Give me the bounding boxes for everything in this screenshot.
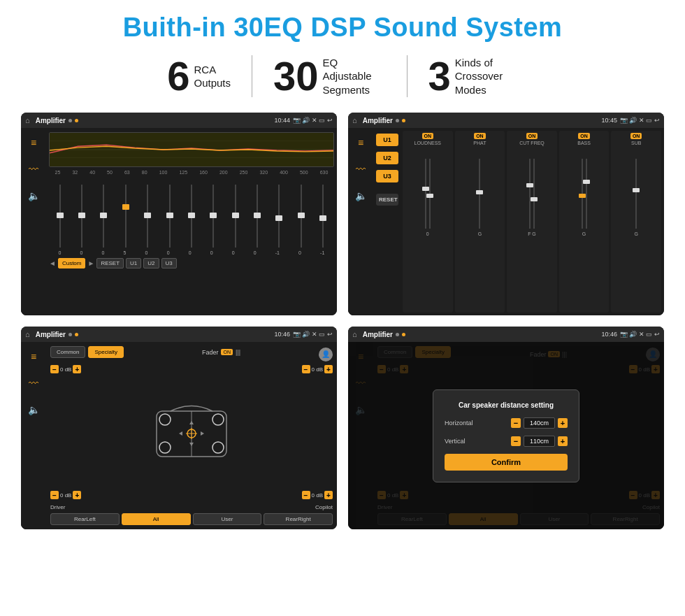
bottom-labels-3: Driver Copilot [50,504,333,510]
channel-phat: ON PHAT G [455,131,505,313]
screen2-time: 10:45 [601,117,617,124]
home-icon-2[interactable]: ⌂ [352,116,357,124]
next-arrow[interactable]: ► [87,259,94,267]
eq-slider-9[interactable] [257,185,258,248]
loudness-slider-2[interactable] [429,159,431,229]
vertical-minus[interactable]: − [511,436,521,446]
home-icon-3[interactable]: ⌂ [25,330,30,338]
stat-rca-label: RCAOutputs [194,63,231,90]
home-icon-1[interactable]: ⌂ [25,116,30,124]
reset-btn-1[interactable]: RESET [96,258,124,268]
sub-toggle[interactable]: ON [630,133,642,139]
cutfreq-slider-2[interactable] [533,159,535,229]
dialog-vertical-row: Vertical − 110cm + [445,436,568,447]
horizontal-plus[interactable]: + [558,418,568,428]
u2-btn-1[interactable]: U2 [143,258,159,268]
eq-values: 00050 00000 -10-1 [49,250,334,255]
sub-values: G [634,231,637,236]
screen3-icons: 📷 🔊 ✕ ▭ ↩ [293,331,333,338]
stat-eq-label: EQ AdjustableSegments [323,56,386,97]
screen1-title: Amplifier [36,117,66,124]
label-driver-3: Driver [50,504,65,510]
eq-slider-6[interactable] [191,185,192,248]
eq-icon-3[interactable]: ≡ [24,348,43,366]
stat-crossover-number: 3 [428,56,451,96]
eq-slider-1[interactable] [81,185,82,248]
home-icon-4[interactable]: ⌂ [352,330,357,338]
btn-rearright-3[interactable]: RearRight [264,513,333,525]
eq-icon-2[interactable]: ≡ [352,134,370,152]
screen2-icons: 📷 🔊 ✕ ▭ ↩ [620,117,660,124]
wave-icon-3[interactable]: 〰 [24,374,43,392]
minus-rr[interactable]: − [302,491,310,499]
eq-slider-4[interactable] [147,185,148,248]
eq-slider-3[interactable] [125,185,127,248]
loudness-toggle[interactable]: ON [422,133,434,139]
eq-icon[interactable]: ≡ [24,134,43,152]
bass-slider-2[interactable] [586,159,587,229]
eq-slider-5[interactable] [169,185,171,248]
fader-on[interactable]: ON [221,349,233,355]
horizontal-minus[interactable]: − [511,418,521,428]
stat-eq-number: 30 [273,56,319,96]
tabs-row-3: Common Specialty [50,346,124,358]
u1-btn[interactable]: U1 [376,134,398,146]
label-copilot-3: Copilot [315,504,333,510]
phat-toggle[interactable]: ON [474,133,486,139]
speaker-icon-3[interactable]: 🔈 [24,401,43,419]
tab-specialty-3[interactable]: Specialty [88,346,123,358]
bass-slider-1[interactable] [582,159,583,229]
phat-label: PHAT [473,141,486,145]
vertical-label: Vertical [445,438,466,445]
u3-btn-1[interactable]: U3 [161,258,177,268]
wave-icon[interactable]: 〰 [24,160,43,178]
vol-rl-value: 0 dB [60,492,71,499]
eq-slider-2[interactable] [103,185,104,248]
screens-grid: ⌂ Amplifier 10:44 📷 🔊 ✕ ▭ ↩ ≡ 〰 🔈 [21,113,664,529]
u3-btn[interactable]: U3 [376,170,398,182]
minus-rl[interactable]: − [50,491,59,499]
fader-area: Common Specialty Fader ON ||| 👤 [46,342,337,529]
eq-slider-0[interactable] [59,185,61,248]
plus-rl[interactable]: + [73,491,81,499]
vertical-control: − 110cm + [511,436,568,447]
eq-slider-10[interactable] [278,185,280,248]
reset-btn-2[interactable]: RESET [376,194,398,206]
wave-icon-2[interactable]: 〰 [352,160,370,178]
profile-icon-3[interactable]: 👤 [319,348,333,361]
speaker-icon-2[interactable]: 🔈 [352,187,370,205]
eq-slider-12[interactable] [322,185,324,248]
sub-slider-1[interactable] [635,159,637,229]
speaker-icon[interactable]: 🔈 [24,187,43,205]
vertical-plus[interactable]: + [558,436,568,446]
fader-label: Fader [202,349,219,356]
plus-fl[interactable]: + [73,365,81,373]
u1-btn-1[interactable]: U1 [126,258,141,268]
screen1-icons: 📷 🔊 ✕ ▭ ↩ [293,117,333,124]
tab-common-3[interactable]: Common [50,346,85,358]
bass-toggle[interactable]: ON [578,133,590,139]
horizontal-label: Horizontal [445,420,473,427]
minus-fr[interactable]: − [302,365,310,373]
cutfreq-toggle[interactable]: ON [526,133,538,139]
u2-btn[interactable]: U2 [376,152,398,164]
phat-slider-1[interactable] [479,159,480,229]
cutfreq-slider-1[interactable] [529,159,531,229]
btn-all-3[interactable]: All [122,513,191,525]
car-diagram [50,376,333,488]
minus-fl[interactable]: − [50,365,59,373]
eq-slider-7[interactable] [212,185,214,248]
vol-rr-value: 0 dB [312,492,323,499]
screen4-icons: 📷 🔊 ✕ ▭ ↩ [620,331,660,338]
side-icons-2: ≡ 〰 🔈 [348,128,373,315]
plus-fr[interactable]: + [324,365,333,373]
confirm-button[interactable]: Confirm [445,454,568,471]
eq-slider-11[interactable] [301,185,302,248]
custom-btn[interactable]: Custom [58,258,86,268]
btn-rearleft-3[interactable]: RearLeft [50,513,120,525]
side-icons-1: ≡ 〰 🔈 [21,128,46,315]
eq-slider-8[interactable] [235,185,236,248]
plus-rr[interactable]: + [324,491,333,499]
btn-user-3[interactable]: User [193,513,262,525]
prev-arrow[interactable]: ◄ [49,259,56,267]
